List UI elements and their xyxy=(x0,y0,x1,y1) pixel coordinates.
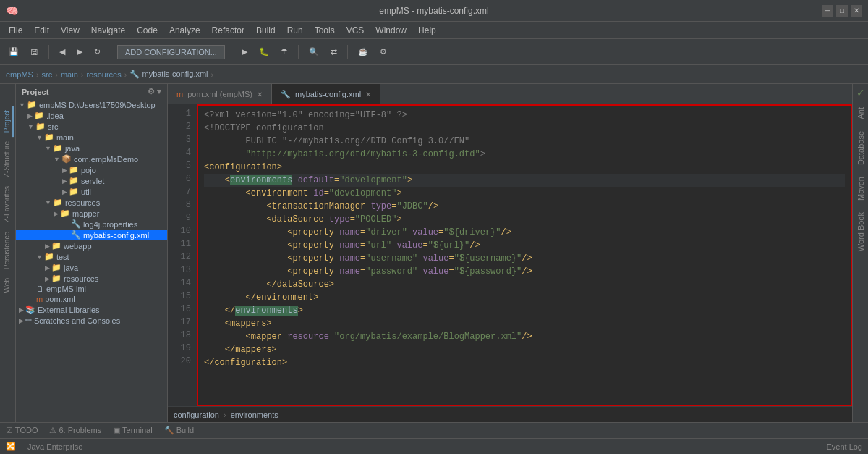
iml-icon: 🗒 xyxy=(36,285,44,293)
tree-item-servlet[interactable]: ▶ 📁 servlet xyxy=(16,175,167,186)
right-tab-database[interactable]: Database xyxy=(855,125,867,171)
tree-item-mapper[interactable]: ▶ 📁 mapper xyxy=(16,208,167,219)
back-button[interactable]: ◀ xyxy=(55,45,69,59)
menu-item-analyze[interactable]: Analyze xyxy=(163,24,206,37)
tree-item-src[interactable]: ▼ 📁 src xyxy=(16,121,167,132)
tree-item-main[interactable]: ▼ 📁 main xyxy=(16,132,167,143)
breadcrumb-file[interactable]: 🔧 mybatis-config.xml xyxy=(129,70,208,79)
minimize-button[interactable]: ─ xyxy=(822,5,833,17)
code-line-16: </environments> xyxy=(204,304,845,317)
tree-item-empms[interactable]: ▼ 📁 empMS D:\Users\17509\Desktop xyxy=(16,99,167,110)
left-tab-project[interactable]: Project xyxy=(1,106,14,137)
line-numbers: 12345 678910 1112131415 1617181920 xyxy=(168,104,197,406)
right-tab-wordbook[interactable]: Word Book xyxy=(855,206,867,257)
menu-item-tools[interactable]: Tools xyxy=(309,24,341,37)
editor-bc-environments[interactable]: environments xyxy=(231,411,278,419)
expand-arrow-java: ▼ xyxy=(45,145,51,152)
tab-label-mybatis: mybatis-config.xml xyxy=(295,90,361,98)
tab-close-pom[interactable]: ✕ xyxy=(257,91,263,98)
status-right: Event Log xyxy=(826,442,862,451)
tree-item-test[interactable]: ▼ 📁 test xyxy=(16,251,167,262)
debug-button[interactable]: 🐛 xyxy=(255,45,273,59)
tab-pom[interactable]: m pom.xml (empMS) ✕ xyxy=(168,84,272,104)
menu-item-file[interactable]: File xyxy=(3,24,28,37)
tree-item-empms-iml[interactable]: 🗒 empMS.iml xyxy=(16,284,167,294)
checkmark-icon: ✓ xyxy=(856,87,865,98)
window-controls[interactable]: ─ □ ✕ xyxy=(822,5,862,17)
breadcrumb-resources[interactable]: resources xyxy=(86,70,121,79)
search-button[interactable]: 🔍 xyxy=(305,45,323,59)
toolbar: 💾 🖫 ◀ ▶ ↻ ADD CONFIGURATION... ▶ 🐛 ☂ 🔍 ⇄… xyxy=(0,39,868,65)
coverage-button[interactable]: ☂ xyxy=(276,45,292,59)
menu-item-run[interactable]: Run xyxy=(281,24,309,37)
tree-item-pom[interactable]: m pom.xml xyxy=(16,294,167,304)
tree-label-mapper: mapper xyxy=(72,209,99,218)
right-tab-maven[interactable]: Maven xyxy=(855,171,867,206)
menu-item-navigate[interactable]: Navigate xyxy=(85,24,131,37)
tree-item-log4j[interactable]: 🔧 log4j.properties xyxy=(16,219,167,230)
bottom-terminal[interactable]: ▣ Terminal xyxy=(113,426,152,435)
event-log[interactable]: Event Log xyxy=(826,442,862,451)
tab-close-mybatis[interactable]: ✕ xyxy=(365,91,371,98)
folder-icon-test-java: 📁 xyxy=(51,263,61,272)
menu-item-window[interactable]: Window xyxy=(370,24,412,37)
menu-item-refactor[interactable]: Refactor xyxy=(206,24,250,37)
save-button[interactable]: 💾 xyxy=(4,45,23,59)
tree-item-test-resources[interactable]: ▶ 📁 resources xyxy=(16,273,167,284)
tab-mybatis[interactable]: 🔧 mybatis-config.xml ✕ xyxy=(272,84,380,104)
sidebar-tree: ▼ 📁 empMS D:\Users\17509\Desktop ▶ 📁 .id… xyxy=(16,99,167,422)
tree-item-scratches[interactable]: ▶ ✏ Scratches and Consoles xyxy=(16,315,167,326)
library-icon: 📚 xyxy=(25,305,35,314)
folder-icon-idea: 📁 xyxy=(34,111,44,120)
editor-bc-configuration[interactable]: configuration xyxy=(174,411,219,419)
menu-item-help[interactable]: Help xyxy=(412,24,442,37)
menu-item-vcs[interactable]: VCS xyxy=(341,24,370,37)
sync-button[interactable]: ↻ xyxy=(90,45,105,59)
code-editor[interactable]: 12345 678910 1112131415 1617181920 <?xml… xyxy=(168,104,852,406)
menu-item-edit[interactable]: Edit xyxy=(28,24,55,37)
code-line-7: <environment id="development"> xyxy=(204,187,845,200)
tree-item-resources[interactable]: ▼ 📁 resources xyxy=(16,197,167,208)
tree-item-java[interactable]: ▼ 📁 java xyxy=(16,143,167,154)
folder-icon-pojo: 📁 xyxy=(69,165,79,175)
run-button[interactable]: ▶ xyxy=(237,45,252,59)
tree-item-webapp[interactable]: ▶ 📁 webapp xyxy=(16,240,167,251)
sidebar-gear-icon[interactable]: ⚙ ▾ xyxy=(148,87,161,96)
right-tab-ant[interactable]: Ant xyxy=(855,101,867,125)
menu-item-view[interactable]: View xyxy=(55,24,85,37)
code-line-1: <?xml version="1.0" encoding="UTF-8" ?> xyxy=(204,109,845,122)
tree-item-package[interactable]: ▼ 📦 com.empMsDemo xyxy=(16,154,167,164)
save-all-button[interactable]: 🖫 xyxy=(26,46,43,59)
tree-item-test-java[interactable]: ▶ 📁 java xyxy=(16,262,167,273)
sdk-button[interactable]: ☕ xyxy=(354,45,373,59)
tree-item-external-libs[interactable]: ▶ 📚 External Libraries xyxy=(16,304,167,315)
left-tab-structure[interactable]: Z-Structure xyxy=(1,137,14,182)
tree-item-pojo[interactable]: ▶ 📁 pojo xyxy=(16,164,167,175)
menu-item-code[interactable]: Code xyxy=(131,24,163,37)
tab-icon-mybatis: 🔧 xyxy=(281,90,291,99)
left-tab-persistence[interactable]: Persistence xyxy=(1,227,14,274)
maven-icon: m xyxy=(36,295,43,303)
close-button[interactable]: ✕ xyxy=(851,5,862,17)
tree-item-util[interactable]: ▶ 📁 util xyxy=(16,186,167,197)
replace-button[interactable]: ⇄ xyxy=(326,45,341,59)
breadcrumb-main[interactable]: main xyxy=(61,70,78,79)
forward-button[interactable]: ▶ xyxy=(72,45,87,59)
tree-item-mybatis-config[interactable]: 🔧 mybatis-config.xml xyxy=(16,230,167,240)
status-java: Java Enterprise xyxy=(27,442,82,451)
menu-item-build[interactable]: Build xyxy=(250,24,281,37)
add-configuration-button[interactable]: ADD CONFIGURATION... xyxy=(117,45,225,59)
code-line-20: </configuration> xyxy=(204,356,845,369)
bottom-build[interactable]: 🔨 Build xyxy=(164,426,195,435)
tree-item-idea[interactable]: ▶ 📁 .idea xyxy=(16,110,167,121)
breadcrumb-empms[interactable]: empMS xyxy=(6,70,33,79)
maximize-button[interactable]: □ xyxy=(836,5,848,17)
bottom-problems[interactable]: ⚠ 6: Problems xyxy=(49,426,101,435)
left-tab-favorites[interactable]: Z-Favorites xyxy=(1,182,14,227)
expand-arrow-servlet: ▶ xyxy=(62,177,67,185)
bottom-todo[interactable]: ☑ TODO xyxy=(6,426,38,435)
breadcrumb-src[interactable]: src xyxy=(42,70,53,79)
left-tab-web[interactable]: Web xyxy=(1,274,14,297)
build-button[interactable]: ⚙ xyxy=(375,45,391,59)
code-content[interactable]: <?xml version="1.0" encoding="UTF-8" ?> … xyxy=(197,104,852,406)
